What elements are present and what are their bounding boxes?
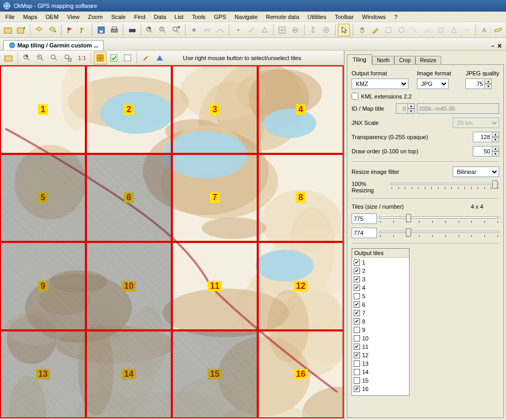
image-format-select[interactable]: JPG [417,79,449,89]
transparency-spinner[interactable]: ▲▼ [473,132,499,142]
menu-find[interactable]: Find [130,13,149,21]
layer-icon[interactable] [33,24,45,36]
gps-track-icon[interactable] [214,24,226,36]
spin-down-icon[interactable]: ▼ [484,84,492,89]
draw-order-input[interactable] [473,146,492,157]
map-grid-icon[interactable] [94,52,106,64]
map-tile[interactable]: 6 [86,154,172,242]
checkbox-icon[interactable] [354,268,360,274]
menu-utilities[interactable]: Utilities [304,13,330,21]
output-tile-item[interactable]: 13 [354,359,407,368]
tile-width-slider[interactable] [379,214,499,223]
map-tile[interactable]: 10 [86,242,172,330]
map-zoom-out-icon[interactable]: - [34,52,47,64]
output-tile-item[interactable]: 3 [354,275,407,284]
spin-up-icon[interactable]: ▲ [484,79,492,84]
tile-height-slider[interactable] [379,229,499,237]
output-tile-item[interactable]: 7 [354,309,407,317]
draw-order-spinner[interactable]: ▲▼ [473,146,499,157]
window-close-icon[interactable]: × [498,42,502,50]
output-tile-item[interactable]: 5 [354,292,407,300]
document-tab[interactable]: Map tiling / Garmin custom ... [3,40,104,50]
checkbox-icon[interactable] [354,293,360,299]
map-tile[interactable]: 15 [172,330,258,419]
output-tile-item[interactable]: 14 [354,368,407,376]
map-tile[interactable]: 11 [172,242,258,330]
checkbox-icon[interactable] [354,344,360,350]
binoculars-icon[interactable] [126,24,138,36]
map-check-on-icon[interactable] [108,52,120,64]
checkbox-icon[interactable] [354,318,360,325]
checkbox-icon[interactable] [354,310,360,316]
yellow-flag-icon[interactable] [77,24,89,36]
tool-a-icon[interactable] [382,24,394,36]
map-tile[interactable]: 9 [0,242,86,330]
menu-view[interactable]: View [63,13,84,21]
layers-icon[interactable] [289,24,301,36]
menu-navigate[interactable]: Navigate [230,13,261,21]
output-tile-item[interactable]: 6 [354,300,407,309]
menu-tools[interactable]: Tools [188,13,210,21]
output-tile-item[interactable]: 9 [354,326,407,334]
zoom-out-icon[interactable]: - [157,24,169,36]
print-icon[interactable] [108,24,120,36]
spin-down-icon[interactable]: ▼ [492,137,499,142]
edit-icon[interactable] [369,24,381,36]
map-grid[interactable]: 12345678910111213141516 [0,65,344,420]
tab-resize[interactable]: Resize [415,56,441,64]
checkbox-icon[interactable] [354,360,360,367]
map-tile[interactable]: 1 [0,65,86,154]
map-tile[interactable]: 14 [86,330,172,419]
tool-c-icon[interactable] [408,24,421,36]
map-tile[interactable]: 5 [0,154,86,242]
map-zoom-fit-icon[interactable] [48,52,61,64]
draw-line-icon[interactable] [245,24,257,36]
output-tile-item[interactable]: 2 [354,267,407,275]
gps-route-icon[interactable] [201,24,213,36]
map-tile[interactable]: 4 [258,65,344,154]
zoom-fit-icon[interactable]: + [170,24,182,36]
zoom-in-icon[interactable]: + [144,24,156,36]
text-icon[interactable]: A [479,24,491,36]
checkbox-icon[interactable] [354,276,360,282]
checkbox-icon[interactable] [354,285,360,291]
tab-tiling[interactable]: Tiling [347,54,372,65]
tab-crop[interactable]: Crop [394,56,415,64]
grid-icon[interactable] [276,24,288,36]
tool-e-icon[interactable] [435,24,447,36]
jpeg-quality-spinner[interactable]: ▲▼ [465,79,499,89]
output-tile-item[interactable]: 16 [354,385,407,393]
output-tile-item[interactable]: 15 [354,376,407,385]
checkbox-icon[interactable] [354,259,360,266]
checkbox-icon[interactable] [354,335,360,341]
map-zoom-1to1-icon[interactable]: 1:1 [75,52,88,64]
checkbox-icon[interactable] [354,386,360,392]
output-tiles-list[interactable]: Output tiles 12345678910111213141516 [352,248,410,396]
open-map-icon[interactable] [2,24,14,36]
checkbox-icon[interactable] [354,352,360,358]
cursor-icon[interactable] [338,24,350,36]
checkbox-icon[interactable] [354,327,360,333]
map-zoom-in-icon[interactable]: + [21,52,33,64]
tool-g-icon[interactable] [461,24,473,36]
resize-filter-select[interactable]: Bilinear [453,167,499,177]
output-tile-item[interactable]: 8 [354,317,407,326]
resize-slider[interactable] [391,181,499,189]
spin-down-icon[interactable]: ▼ [492,151,499,157]
menu-toolbar[interactable]: Toolbar [330,13,358,21]
gps-waypoint-icon[interactable] [188,24,200,36]
menu-data[interactable]: Data [150,13,170,21]
spin-up-icon[interactable]: ▲ [492,146,499,151]
map-zoom-area-icon[interactable] [62,52,74,64]
map-check-off-icon[interactable] [121,52,134,64]
output-tile-item[interactable]: 11 [354,343,407,351]
tool-f-icon[interactable] [448,24,460,36]
window-minimize-icon[interactable]: – [491,43,494,49]
menu-file[interactable]: File [1,13,19,21]
menu-zoom[interactable]: Zoom [84,13,107,21]
map-tile[interactable]: 12 [258,242,344,330]
save-icon[interactable] [95,24,107,36]
menu-dem[interactable]: DEM [42,13,63,21]
output-format-select[interactable]: KMZ [352,79,408,89]
checkbox-icon[interactable] [354,377,360,384]
